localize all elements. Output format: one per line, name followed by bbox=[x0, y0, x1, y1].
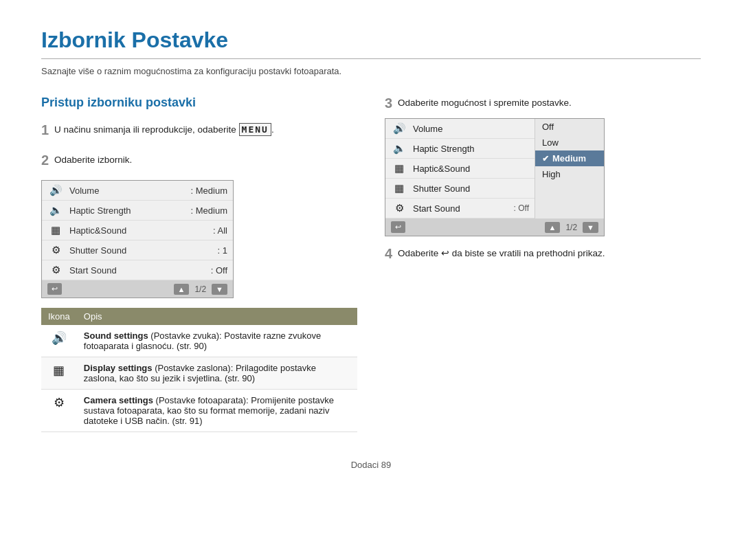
menu-row-haptic-sound: ▦ Haptic&Sound : All bbox=[42, 221, 233, 240]
step-3-num: 3 bbox=[385, 96, 392, 111]
shutter-value: : 1 bbox=[218, 245, 227, 256]
r-volume-icon: 🔊 bbox=[391, 122, 407, 135]
r-start-label: Start Sound bbox=[413, 203, 460, 214]
start-sound-icon: ⚙ bbox=[47, 264, 64, 276]
r-haptic-sound-icon: ▦ bbox=[391, 162, 407, 175]
step-4-num: 4 bbox=[385, 246, 392, 261]
sound-settings-bold: Sound settings bbox=[84, 331, 148, 341]
sound-settings-icon: 🔊 bbox=[41, 325, 77, 357]
step-4-text: Odaberite bbox=[398, 248, 438, 258]
option-high[interactable]: High bbox=[535, 166, 604, 182]
menu-row-start-sound: ⚙ Start Sound : Off bbox=[42, 260, 233, 280]
r-volume-label: Volume bbox=[413, 124, 442, 134]
volume-label: Volume bbox=[69, 186, 191, 196]
option-medium-label: Medium bbox=[552, 153, 586, 164]
page-subtitle: Saznajte više o raznim mogućnostima za k… bbox=[41, 66, 701, 76]
r-up-button[interactable]: ▲ bbox=[545, 222, 561, 233]
right-start-sound-row: ⚙ Start Sound : Off bbox=[385, 199, 535, 219]
left-menu-footer: ↩ ▲ 1/2 ▼ bbox=[42, 280, 233, 298]
r-page-indicator: 1/2 bbox=[565, 223, 577, 232]
haptic-sound-icon: ▦ bbox=[47, 224, 64, 236]
haptic-strength-icon: 🔈 bbox=[47, 204, 64, 216]
option-low[interactable]: Low bbox=[535, 135, 604, 150]
volume-value: : Medium bbox=[191, 186, 227, 196]
section-title: Pristup izborniku postavki bbox=[41, 96, 357, 110]
up-button[interactable]: ▲ bbox=[174, 284, 190, 295]
step-4-rest: da biste se vratili na prethodni prikaz. bbox=[452, 248, 605, 258]
title-divider bbox=[41, 58, 701, 59]
table-header-icon: Ikona bbox=[41, 308, 77, 325]
page-indicator: 1/2 bbox=[194, 284, 206, 294]
table-row: 🔊 Sound settings (Postavke zvuka): Posta… bbox=[41, 325, 357, 357]
r-haptic-icon: 🔈 bbox=[391, 142, 407, 155]
step-3: 3 Odaberite mogućnost i spremite postavk… bbox=[385, 96, 701, 111]
display-settings-icon: ▦ bbox=[41, 357, 77, 390]
sound-settings-desc: Sound settings (Postavke zvuka): Postavi… bbox=[77, 325, 357, 357]
right-shutter-row: ▦ Shutter Sound bbox=[385, 179, 535, 199]
start-sound-value: : Off bbox=[211, 265, 227, 276]
menu-row-volume: 🔊 Volume : Medium bbox=[42, 181, 233, 201]
haptic-strength-label: Haptic Strength bbox=[69, 205, 191, 216]
right-haptic-sound-row: ▦ Haptic&Sound bbox=[385, 159, 535, 179]
table-row: ⚙ Camera settings (Postavke fotoaparata)… bbox=[41, 390, 357, 432]
menu-icon-label: MENU bbox=[239, 123, 271, 136]
option-low-label: Low bbox=[542, 137, 559, 148]
camera-settings-bold: Camera settings bbox=[84, 395, 153, 405]
footer-text: Dodaci 89 bbox=[351, 460, 392, 470]
check-icon: ✔ bbox=[542, 154, 549, 164]
r-start-icon: ⚙ bbox=[391, 202, 407, 214]
option-high-label: High bbox=[542, 169, 561, 179]
display-settings-desc: Display settings (Postavke zaslona): Pri… bbox=[77, 357, 357, 390]
right-column: 3 Odaberite mogućnost i spremite postavk… bbox=[385, 96, 701, 432]
haptic-strength-value: : Medium bbox=[191, 205, 227, 216]
shutter-icon: ⚙ bbox=[47, 244, 64, 256]
shutter-label: Shutter Sound bbox=[69, 245, 218, 256]
page-title: Izbornik Postavke bbox=[41, 27, 701, 53]
r-start-value: : Off bbox=[460, 203, 529, 213]
option-off-label: Off bbox=[542, 122, 554, 132]
option-medium[interactable]: ✔ Medium bbox=[535, 150, 604, 166]
icon-description-table: Ikona Opis 🔊 Sound settings (Postavke zv… bbox=[41, 308, 357, 432]
down-button[interactable]: ▼ bbox=[212, 284, 227, 295]
page-footer: Dodaci 89 bbox=[41, 460, 701, 470]
step-3-text: Odaberite mogućnost i spremite postavke. bbox=[398, 98, 572, 108]
back-arrow-icon: ↩ bbox=[441, 247, 449, 258]
volume-icon: 🔊 bbox=[47, 184, 64, 197]
r-shutter-icon: ▦ bbox=[391, 182, 407, 194]
back-button[interactable]: ↩ bbox=[47, 283, 62, 295]
step-4: 4 Odaberite ↩ da biste se vratili na pre… bbox=[385, 246, 701, 262]
left-menu-panel: 🔊 Volume : Medium 🔈 Haptic Strength : Me… bbox=[41, 180, 234, 298]
step-1: 1 U načinu snimanja ili reprodukcije, od… bbox=[41, 120, 357, 140]
start-sound-label: Start Sound bbox=[69, 265, 211, 276]
right-volume-row: 🔊 Volume bbox=[385, 119, 535, 139]
step-1-text: U načinu snimanja ili reprodukcije, odab… bbox=[54, 124, 236, 135]
right-options-panel: Off Low ✔ Medium High bbox=[535, 119, 604, 219]
right-menu-footer: ↩ ▲ 1/2 ▼ bbox=[385, 219, 604, 236]
right-menu-labels: 🔊 Volume 🔈 Haptic Strength ▦ Haptic&Soun… bbox=[385, 119, 535, 219]
display-settings-bold: Display settings bbox=[84, 363, 153, 373]
camera-settings-icon: ⚙ bbox=[41, 390, 77, 432]
r-haptic-label: Haptic Strength bbox=[413, 144, 475, 154]
right-menu-panel: 🔊 Volume 🔈 Haptic Strength ▦ Haptic&Soun… bbox=[385, 118, 605, 236]
step-1-num: 1 bbox=[41, 122, 49, 137]
step-2: 2 Odaberite izbornik. bbox=[41, 150, 357, 170]
right-menu-content: 🔊 Volume 🔈 Haptic Strength ▦ Haptic&Soun… bbox=[385, 119, 604, 219]
main-content: Pristup izborniku postavki 1 U načinu sn… bbox=[41, 96, 701, 432]
haptic-sound-value: : All bbox=[213, 225, 227, 236]
r-back-button[interactable]: ↩ bbox=[391, 221, 405, 233]
r-shutter-label: Shutter Sound bbox=[413, 183, 470, 194]
step-2-text: Odaberite izbornik. bbox=[54, 155, 132, 165]
haptic-sound-label: Haptic&Sound bbox=[69, 225, 213, 236]
table-header-desc: Opis bbox=[77, 308, 357, 325]
option-off[interactable]: Off bbox=[535, 119, 604, 135]
camera-settings-desc: Camera settings (Postavke fotoaparata): … bbox=[77, 390, 357, 432]
menu-row-haptic-strength: 🔈 Haptic Strength : Medium bbox=[42, 201, 233, 221]
table-row: ▦ Display settings (Postavke zaslona): P… bbox=[41, 357, 357, 390]
step-2-num: 2 bbox=[41, 153, 49, 168]
r-down-button[interactable]: ▼ bbox=[583, 222, 598, 233]
right-haptic-row: 🔈 Haptic Strength bbox=[385, 139, 535, 159]
menu-row-shutter: ⚙ Shutter Sound : 1 bbox=[42, 240, 233, 260]
r-haptic-sound-label: Haptic&Sound bbox=[413, 164, 470, 174]
left-column: Pristup izborniku postavki 1 U načinu sn… bbox=[41, 96, 357, 432]
